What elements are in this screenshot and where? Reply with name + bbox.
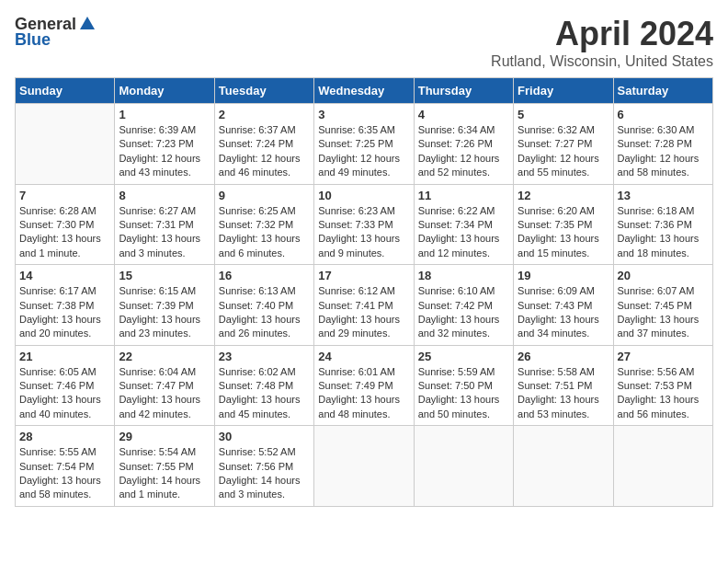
day-info: Sunrise: 6:20 AM Sunset: 7:35 PM Dayligh… — [518, 204, 609, 261]
day-number: 8 — [119, 189, 210, 202]
calendar-cell — [613, 426, 712, 507]
calendar-day-header: Friday — [514, 78, 613, 104]
day-info: Sunrise: 6:32 AM Sunset: 7:27 PM Dayligh… — [518, 123, 609, 180]
day-number: 5 — [518, 108, 609, 121]
calendar-week-row: 14Sunrise: 6:17 AM Sunset: 7:38 PM Dayli… — [16, 265, 713, 346]
calendar-day-header: Tuesday — [214, 78, 313, 104]
day-info: Sunrise: 5:55 AM Sunset: 7:54 PM Dayligh… — [19, 445, 110, 502]
calendar-cell: 16Sunrise: 6:13 AM Sunset: 7:40 PM Dayli… — [214, 265, 313, 346]
day-number: 26 — [518, 350, 609, 363]
day-info: Sunrise: 6:22 AM Sunset: 7:34 PM Dayligh… — [418, 204, 509, 261]
calendar-cell: 1Sunrise: 6:39 AM Sunset: 7:23 PM Daylig… — [115, 104, 214, 185]
calendar-cell: 19Sunrise: 6:09 AM Sunset: 7:43 PM Dayli… — [514, 265, 613, 346]
day-info: Sunrise: 6:39 AM Sunset: 7:23 PM Dayligh… — [119, 123, 210, 180]
calendar-cell: 23Sunrise: 6:02 AM Sunset: 7:48 PM Dayli… — [214, 345, 313, 426]
calendar-cell: 12Sunrise: 6:20 AM Sunset: 7:35 PM Dayli… — [514, 184, 613, 265]
day-number: 14 — [19, 269, 110, 282]
day-info: Sunrise: 6:17 AM Sunset: 7:38 PM Dayligh… — [19, 284, 110, 341]
day-number: 23 — [219, 350, 310, 363]
calendar-cell: 21Sunrise: 6:05 AM Sunset: 7:46 PM Dayli… — [16, 345, 115, 426]
day-number: 29 — [119, 430, 210, 443]
title-area: April 2024 Rutland, Wisconsin, United St… — [491, 15, 713, 70]
day-info: Sunrise: 6:25 AM Sunset: 7:32 PM Dayligh… — [219, 204, 310, 261]
day-number: 13 — [618, 189, 709, 202]
calendar-cell: 18Sunrise: 6:10 AM Sunset: 7:42 PM Dayli… — [414, 265, 513, 346]
location-subtitle: Rutland, Wisconsin, United States — [491, 53, 713, 70]
day-number: 24 — [318, 350, 409, 363]
day-number: 17 — [318, 269, 409, 282]
day-info: Sunrise: 6:35 AM Sunset: 7:25 PM Dayligh… — [318, 123, 409, 180]
calendar-cell: 28Sunrise: 5:55 AM Sunset: 7:54 PM Dayli… — [16, 426, 115, 507]
day-info: Sunrise: 6:05 AM Sunset: 7:46 PM Dayligh… — [19, 365, 110, 422]
calendar-cell: 11Sunrise: 6:22 AM Sunset: 7:34 PM Dayli… — [414, 184, 513, 265]
calendar-cell: 15Sunrise: 6:15 AM Sunset: 7:39 PM Dayli… — [115, 265, 214, 346]
calendar-cell: 2Sunrise: 6:37 AM Sunset: 7:24 PM Daylig… — [214, 104, 313, 185]
day-info: Sunrise: 6:02 AM Sunset: 7:48 PM Dayligh… — [219, 365, 310, 422]
day-number: 19 — [518, 269, 609, 282]
day-info: Sunrise: 6:09 AM Sunset: 7:43 PM Dayligh… — [518, 284, 609, 341]
page-header: General Blue April 2024 Rutland, Wiscons… — [15, 15, 713, 70]
day-info: Sunrise: 6:37 AM Sunset: 7:24 PM Dayligh… — [219, 123, 310, 180]
day-info: Sunrise: 5:59 AM Sunset: 7:50 PM Dayligh… — [418, 365, 509, 422]
calendar-cell: 22Sunrise: 6:04 AM Sunset: 7:47 PM Dayli… — [115, 345, 214, 426]
day-number: 12 — [518, 189, 609, 202]
day-number: 20 — [618, 269, 709, 282]
day-number: 25 — [418, 350, 509, 363]
logo-blue-text: Blue — [15, 30, 51, 50]
day-info: Sunrise: 5:56 AM Sunset: 7:53 PM Dayligh… — [618, 365, 709, 422]
calendar-cell: 9Sunrise: 6:25 AM Sunset: 7:32 PM Daylig… — [214, 184, 313, 265]
calendar-day-header: Monday — [115, 78, 214, 104]
calendar-day-header: Sunday — [16, 78, 115, 104]
day-number: 21 — [19, 350, 110, 363]
day-number: 9 — [219, 189, 310, 202]
day-number: 2 — [219, 108, 310, 121]
day-info: Sunrise: 6:04 AM Sunset: 7:47 PM Dayligh… — [119, 365, 210, 422]
calendar-cell — [514, 426, 613, 507]
day-number: 22 — [119, 350, 210, 363]
calendar-cell: 27Sunrise: 5:56 AM Sunset: 7:53 PM Dayli… — [613, 345, 712, 426]
calendar-cell — [414, 426, 513, 507]
calendar-cell: 4Sunrise: 6:34 AM Sunset: 7:26 PM Daylig… — [414, 104, 513, 185]
day-number: 18 — [418, 269, 509, 282]
calendar-day-header: Wednesday — [314, 78, 414, 104]
calendar-day-header: Saturday — [613, 78, 712, 104]
calendar-cell: 29Sunrise: 5:54 AM Sunset: 7:55 PM Dayli… — [115, 426, 214, 507]
day-info: Sunrise: 5:54 AM Sunset: 7:55 PM Dayligh… — [119, 445, 210, 502]
calendar-cell: 6Sunrise: 6:30 AM Sunset: 7:28 PM Daylig… — [613, 104, 712, 185]
svg-marker-0 — [80, 17, 95, 29]
calendar-cell: 13Sunrise: 6:18 AM Sunset: 7:36 PM Dayli… — [613, 184, 712, 265]
calendar-week-row: 28Sunrise: 5:55 AM Sunset: 7:54 PM Dayli… — [16, 426, 713, 507]
day-info: Sunrise: 6:15 AM Sunset: 7:39 PM Dayligh… — [119, 284, 210, 341]
calendar-cell: 3Sunrise: 6:35 AM Sunset: 7:25 PM Daylig… — [314, 104, 414, 185]
month-year-title: April 2024 — [491, 15, 713, 53]
day-info: Sunrise: 6:10 AM Sunset: 7:42 PM Dayligh… — [418, 284, 509, 341]
day-number: 1 — [119, 108, 210, 121]
day-info: Sunrise: 6:27 AM Sunset: 7:31 PM Dayligh… — [119, 204, 210, 261]
calendar-cell: 24Sunrise: 6:01 AM Sunset: 7:49 PM Dayli… — [314, 345, 414, 426]
calendar-cell: 30Sunrise: 5:52 AM Sunset: 7:56 PM Dayli… — [214, 426, 313, 507]
day-number: 3 — [318, 108, 409, 121]
day-number: 6 — [618, 108, 709, 121]
day-info: Sunrise: 5:52 AM Sunset: 7:56 PM Dayligh… — [219, 445, 310, 502]
calendar-header-row: SundayMondayTuesdayWednesdayThursdayFrid… — [16, 78, 713, 104]
day-number: 11 — [418, 189, 509, 202]
calendar-cell: 14Sunrise: 6:17 AM Sunset: 7:38 PM Dayli… — [16, 265, 115, 346]
day-info: Sunrise: 5:58 AM Sunset: 7:51 PM Dayligh… — [518, 365, 609, 422]
calendar-cell — [314, 426, 414, 507]
calendar-cell: 26Sunrise: 5:58 AM Sunset: 7:51 PM Dayli… — [514, 345, 613, 426]
day-number: 4 — [418, 108, 509, 121]
calendar-cell: 25Sunrise: 5:59 AM Sunset: 7:50 PM Dayli… — [414, 345, 513, 426]
day-info: Sunrise: 6:13 AM Sunset: 7:40 PM Dayligh… — [219, 284, 310, 341]
day-info: Sunrise: 6:18 AM Sunset: 7:36 PM Dayligh… — [618, 204, 709, 261]
day-info: Sunrise: 6:12 AM Sunset: 7:41 PM Dayligh… — [318, 284, 409, 341]
day-info: Sunrise: 6:28 AM Sunset: 7:30 PM Dayligh… — [19, 204, 110, 261]
day-info: Sunrise: 6:07 AM Sunset: 7:45 PM Dayligh… — [618, 284, 709, 341]
day-number: 16 — [219, 269, 310, 282]
day-number: 10 — [318, 189, 409, 202]
day-number: 7 — [19, 189, 110, 202]
calendar-cell: 17Sunrise: 6:12 AM Sunset: 7:41 PM Dayli… — [314, 265, 414, 346]
calendar-week-row: 7Sunrise: 6:28 AM Sunset: 7:30 PM Daylig… — [16, 184, 713, 265]
calendar-week-row: 1Sunrise: 6:39 AM Sunset: 7:23 PM Daylig… — [16, 104, 713, 185]
day-info: Sunrise: 6:01 AM Sunset: 7:49 PM Dayligh… — [318, 365, 409, 422]
calendar-cell — [16, 104, 115, 185]
